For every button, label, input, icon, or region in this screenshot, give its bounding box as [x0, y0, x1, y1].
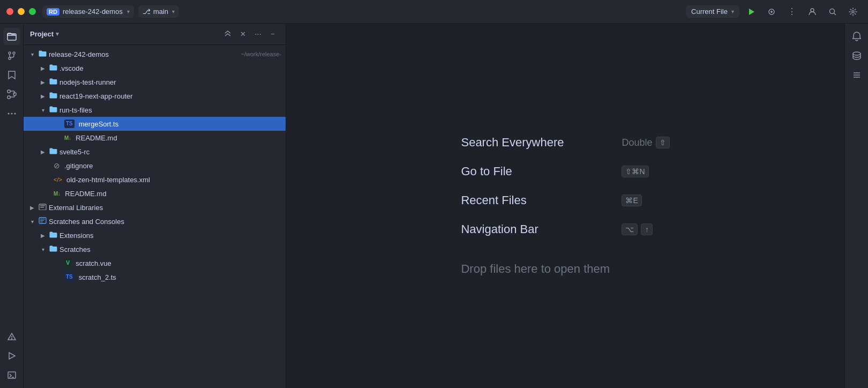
search-everywhere-shortcut: Double ⇧	[622, 137, 669, 148]
goto-file-row: Go to File ⇧⌘N	[461, 165, 669, 178]
tree-item-run-ts[interactable]: ▾ run-ts-files	[24, 103, 286, 117]
tree-item-scratch-ts[interactable]: TS scratch_2.ts	[24, 270, 286, 284]
xml-icon: </>	[54, 176, 62, 183]
search-everywhere-button[interactable]	[824, 4, 841, 19]
tree-item-readme2[interactable]: M↓ README.md	[24, 186, 286, 200]
sidebar-icon-git[interactable]	[3, 47, 20, 64]
svg-rect-29	[40, 207, 44, 208]
maximize-window-button[interactable]	[29, 8, 36, 15]
search-everywhere-label: Search Everywhere	[461, 136, 611, 150]
current-file-label: Current File	[691, 8, 728, 16]
recent-files-shortcut: ⌘E	[622, 195, 641, 206]
file-tree: ▾ release-242-demos ~/work/release- ▶ .v…	[24, 45, 286, 388]
root-arrow-icon: ▾	[28, 51, 36, 57]
drop-files-row: Drop files here to open them	[461, 257, 669, 276]
panel-more-button[interactable]: ⋯	[251, 28, 264, 41]
right-sidebar-list[interactable]	[848, 66, 865, 84]
collapse-all-button[interactable]	[221, 28, 234, 41]
tree-item-readme1[interactable]: M↓ README.md	[24, 131, 286, 145]
root-folder-icon	[39, 50, 47, 58]
extensions-folder-icon	[49, 231, 57, 240]
tree-item-svelte5[interactable]: ▶ svelte5-rc	[24, 145, 286, 159]
tree-item-scratch-vue[interactable]: V scratch.vue	[24, 256, 286, 270]
svg-marker-0	[749, 9, 754, 15]
panel-chevron-icon: ▾	[56, 31, 59, 38]
svg-point-19	[8, 113, 9, 115]
close-panel-button[interactable]: ✕	[236, 28, 249, 41]
sidebar-icon-terminal[interactable]	[3, 367, 20, 384]
svg-point-2	[770, 11, 773, 13]
tree-item-scratches-folder[interactable]: ▾ Scratches	[24, 242, 286, 256]
react19-folder-icon	[49, 92, 57, 100]
debug-button[interactable]	[763, 4, 780, 19]
nodejs-label: nodejs-test-runner	[59, 78, 281, 86]
tree-item-external-libraries[interactable]: ▶ External Libraries	[24, 200, 286, 214]
scratches-arrow-icon: ▾	[28, 219, 36, 225]
double-text: Double	[622, 137, 652, 148]
react19-arrow-icon: ▶	[39, 93, 47, 99]
tree-item-scratches-consoles[interactable]: ▾ Scratches and Consoles	[24, 214, 286, 228]
goto-file-shortcut: ⇧⌘N	[622, 166, 648, 177]
readme2-md-icon: M↓	[54, 191, 61, 197]
svelte5-arrow-icon: ▶	[39, 149, 47, 155]
readme1-label: README.md	[76, 134, 281, 142]
extensions-label: Extensions	[59, 232, 281, 240]
mergesort-label: mergeSort.ts	[79, 120, 281, 128]
scratches-folder-label: Scratches	[59, 245, 281, 253]
settings-button[interactable]	[844, 4, 862, 19]
goto-shortcut-kbd: ⇧⌘N	[622, 166, 648, 177]
readme2-label: README.md	[65, 190, 281, 198]
scratches-consoles-label: Scratches and Consoles	[49, 218, 281, 226]
tree-item-xml[interactable]: </> old-zen-html-templates.xml	[24, 173, 286, 186]
close-window-button[interactable]	[6, 8, 13, 15]
branch-icon: ⎇	[143, 8, 151, 16]
readme1-md-icon: M↓	[64, 135, 71, 141]
current-file-button[interactable]: Current File ▾	[686, 5, 739, 18]
scratch-ts-label: scratch_2.ts	[79, 273, 281, 281]
tree-item-gitignore[interactable]: ⊘ .gitignore	[24, 159, 286, 173]
run-button[interactable]	[743, 4, 760, 19]
svg-marker-24	[9, 353, 15, 359]
current-file-chevron-icon: ▾	[731, 9, 734, 14]
shift-key: ⇧	[656, 137, 670, 148]
branch-chevron-icon: ▾	[172, 9, 175, 14]
svg-rect-28	[40, 205, 45, 206]
right-sidebar-database[interactable]	[848, 47, 865, 64]
recent-files-row: Recent Files ⌘E	[461, 193, 669, 207]
svg-rect-7	[8, 34, 16, 40]
navbar-shortcut-2-kbd: ↑	[641, 223, 653, 235]
tree-item-extensions[interactable]: ▶ Extensions	[24, 228, 286, 242]
svg-point-4	[830, 9, 835, 13]
sidebar-icon-bookmark[interactable]	[3, 66, 20, 84]
right-sidebar-notifications[interactable]	[848, 28, 865, 45]
scratches-folder-icon	[49, 245, 57, 253]
user-button[interactable]	[804, 4, 821, 19]
main-layout: Project ▾ ✕ ⋯ − ▾	[0, 24, 868, 388]
sidebar-icon-run[interactable]	[3, 347, 20, 364]
panel-minimize-button[interactable]: −	[266, 28, 279, 41]
svg-point-20	[11, 113, 12, 115]
search-everywhere-row: Search Everywhere Double ⇧	[461, 136, 669, 150]
gitignore-label: .gitignore	[64, 162, 281, 170]
sidebar-icon-folder[interactable]	[3, 28, 20, 45]
project-switcher[interactable]: RD release-242-demos ▾	[42, 5, 134, 18]
sidebar-icon-structure[interactable]	[3, 86, 20, 103]
svg-point-3	[811, 9, 814, 12]
vscode-folder-icon	[49, 64, 57, 72]
sidebar-icon-problems[interactable]	[3, 328, 20, 345]
tree-item-root[interactable]: ▾ release-242-demos ~/work/release-	[24, 47, 286, 61]
mergesort-ts-icon: TS	[64, 120, 74, 128]
tree-item-nodejs[interactable]: ▶ nodejs-test-runner	[24, 75, 286, 89]
minimize-window-button[interactable]	[18, 8, 25, 15]
nodejs-arrow-icon: ▶	[39, 79, 47, 85]
more-options-button[interactable]: ⋮	[783, 4, 800, 19]
vscode-label: .vscode	[59, 64, 281, 72]
nodejs-folder-icon	[49, 78, 57, 86]
tree-item-vscode[interactable]: ▶ .vscode	[24, 61, 286, 75]
drop-files-label: Drop files here to open them	[461, 262, 610, 276]
branch-switcher[interactable]: ⎇ main ▾	[138, 5, 179, 18]
tree-item-mergesort[interactable]: TS mergeSort.ts	[24, 117, 286, 131]
sidebar-icon-more[interactable]	[3, 105, 20, 122]
panel-actions: ✕ ⋯ −	[221, 28, 279, 41]
tree-item-react19[interactable]: ▶ react19-next-app-router	[24, 89, 286, 103]
